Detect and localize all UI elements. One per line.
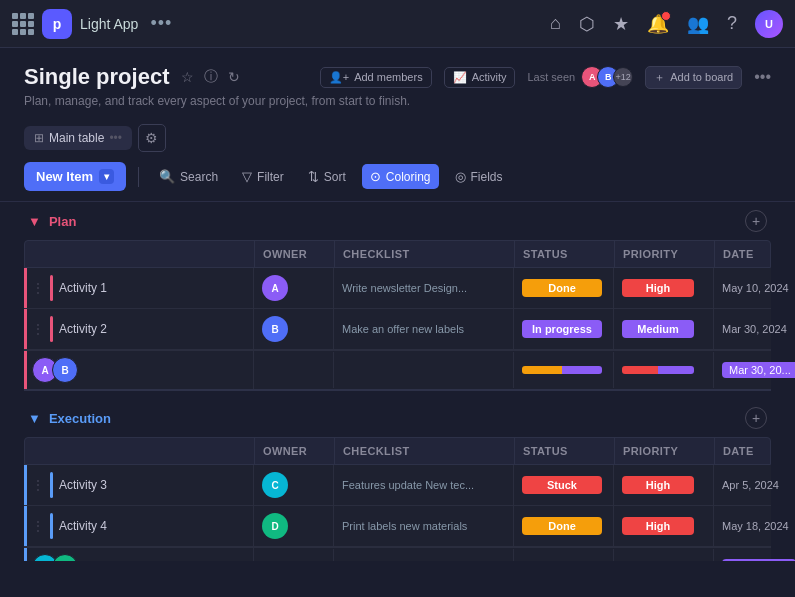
summary-priority: [614, 352, 714, 388]
status-cell[interactable]: Done: [514, 506, 614, 546]
date-text: Apr 5, 2024: [722, 479, 779, 491]
group-plan-add-button[interactable]: +: [745, 210, 767, 232]
group-plan-header[interactable]: ▼ Plan +: [24, 202, 771, 240]
summary-avatars-cell: A B: [24, 351, 254, 389]
owner-avatar: A: [262, 275, 288, 301]
status-badge[interactable]: In progress: [522, 320, 602, 338]
filter-icon: ▽: [242, 169, 252, 184]
search-button[interactable]: 🔍 Search: [151, 164, 226, 189]
table-row: ⋮ Activity 1 A Write newsletter Design..…: [24, 268, 771, 309]
bell-icon[interactable]: 🔔: [647, 13, 669, 35]
add-to-board-button[interactable]: ＋ Add to board: [645, 66, 742, 89]
group-execution-add-button[interactable]: +: [745, 407, 767, 429]
status-cell[interactable]: Done: [514, 268, 614, 308]
checklist-cell: Features update New tec...: [334, 465, 514, 505]
fields-button[interactable]: ◎ Fields: [447, 164, 511, 189]
priority-cell[interactable]: High: [614, 268, 714, 308]
settings-button[interactable]: ⚙: [138, 124, 166, 152]
drag-handle[interactable]: ⋮: [32, 322, 44, 336]
col-date: Date: [715, 438, 795, 464]
add-members-button[interactable]: 👤+ Add members: [320, 67, 432, 88]
priority-badge[interactable]: High: [622, 279, 694, 297]
project-more-button[interactable]: •••: [754, 68, 771, 86]
coloring-icon: ⊙: [370, 169, 381, 184]
seen-avatar-count: +12: [613, 67, 633, 87]
priority-cell[interactable]: High: [614, 506, 714, 546]
cube-icon[interactable]: ⬡: [579, 13, 595, 35]
row-color-indicator: [50, 472, 53, 498]
user-avatar[interactable]: U: [755, 10, 783, 38]
home-icon[interactable]: ⌂: [550, 13, 561, 34]
summary-owner-avatars: C D: [32, 554, 78, 561]
status-badge[interactable]: Done: [522, 279, 602, 297]
group-execution-chevron[interactable]: ▼: [28, 411, 41, 426]
date-cell: May 18, 2024: [714, 506, 795, 546]
new-item-button[interactable]: New Item ▾: [24, 162, 126, 191]
group-execution: ▼ Execution + Owner Checklist Status Pri…: [24, 399, 771, 561]
row-color-indicator: [50, 275, 53, 301]
main-table-tab[interactable]: ⊞ Main table •••: [24, 126, 132, 150]
help-icon[interactable]: ?: [727, 13, 737, 34]
activity-name: Activity 1: [59, 281, 107, 295]
owner-cell: A: [254, 268, 334, 308]
activity-icon: 📈: [453, 71, 467, 84]
filter-button[interactable]: ▽ Filter: [234, 164, 292, 189]
priority-cell[interactable]: High: [614, 465, 714, 505]
group-plan-chevron[interactable]: ▼: [28, 214, 41, 229]
search-icon: 🔍: [159, 169, 175, 184]
project-subtitle: Plan, manage, and track every aspect of …: [24, 94, 771, 108]
row-color-indicator: [50, 513, 53, 539]
status-badge[interactable]: Stuck: [522, 476, 602, 494]
date-cell: May 10, 2024: [714, 268, 795, 308]
refresh-icon[interactable]: ↻: [228, 69, 240, 85]
priority-badge[interactable]: High: [622, 476, 694, 494]
table-row: ⋮ Activity 2 B Make an offer new labels …: [24, 309, 771, 350]
col-date: Date: [715, 241, 795, 267]
grid-menu-icon[interactable]: [12, 13, 34, 35]
owner-avatar: D: [262, 513, 288, 539]
owner-avatar: B: [262, 316, 288, 342]
sort-icon: ⇅: [308, 169, 319, 184]
plan-col-headers: Owner Checklist Status Priority Date Cos…: [24, 240, 771, 268]
priority-bar-medium: [658, 366, 694, 374]
tab-more-icon[interactable]: •••: [109, 131, 122, 145]
table-container: ▼ Plan + Owner Checklist Status Priority…: [0, 202, 795, 561]
summary-status: [514, 352, 614, 388]
star-icon[interactable]: ★: [613, 13, 629, 35]
fields-icon: ◎: [455, 169, 466, 184]
project-title: Single project: [24, 64, 169, 90]
star-project-icon[interactable]: ☆: [181, 69, 194, 85]
priority-badge[interactable]: Medium: [622, 320, 694, 338]
coloring-button[interactable]: ⊙ Coloring: [362, 164, 439, 189]
summary-owner: [254, 352, 334, 388]
status-cell[interactable]: Stuck: [514, 465, 614, 505]
app-more-button[interactable]: •••: [150, 13, 172, 34]
summary-checklist: [334, 352, 514, 388]
activity-name-cell: ⋮ Activity 3: [24, 465, 254, 505]
priority-badge[interactable]: High: [622, 517, 694, 535]
col-checklist: Checklist: [335, 241, 515, 267]
top-navigation: p Light App ••• ⌂ ⬡ ★ 🔔 👥 ? U: [0, 0, 795, 48]
summary-owner-avatars: A B: [32, 357, 78, 383]
sort-button[interactable]: ⇅ Sort: [300, 164, 354, 189]
summary-avatar-2: B: [52, 357, 78, 383]
new-item-dropdown-chevron[interactable]: ▾: [99, 169, 114, 184]
checklist-text: Make an offer new labels: [342, 323, 464, 335]
priority-cell[interactable]: Medium: [614, 309, 714, 349]
drag-handle[interactable]: ⋮: [32, 281, 44, 295]
status-badge[interactable]: Done: [522, 517, 602, 535]
summary-date: Mar 30, 20...: [714, 352, 795, 388]
drag-handle[interactable]: ⋮: [32, 519, 44, 533]
info-icon[interactable]: ⓘ: [204, 68, 218, 86]
priority-mini-bar: [622, 366, 694, 374]
group-plan: ▼ Plan + Owner Checklist Status Priority…: [24, 202, 771, 391]
plaky-logo[interactable]: p: [42, 9, 72, 39]
drag-handle[interactable]: ⋮: [32, 478, 44, 492]
col-priority: Priority: [615, 438, 715, 464]
group-execution-header[interactable]: ▼ Execution +: [24, 399, 771, 437]
people-icon[interactable]: 👥: [687, 13, 709, 35]
row-color-indicator: [50, 316, 53, 342]
activity-button[interactable]: 📈 Activity: [444, 67, 516, 88]
execution-col-headers: Owner Checklist Status Priority Date Cos…: [24, 437, 771, 465]
status-cell[interactable]: In progress: [514, 309, 614, 349]
